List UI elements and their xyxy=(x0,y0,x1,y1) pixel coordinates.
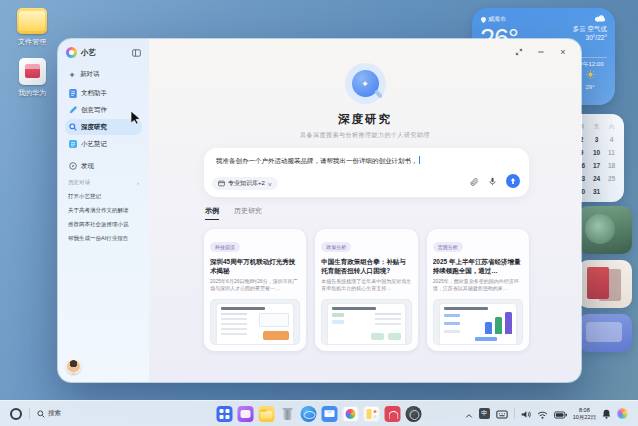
example-cards: 科技前沿 深圳45周年万机联动灯光秀技术揭秘 2025年6月26日晚8时26分，… xyxy=(204,229,529,351)
gallery-icon[interactable] xyxy=(343,406,359,422)
calendar-header: 六 xyxy=(604,120,619,133)
example-card[interactable]: 宏观分析 2025 年上半年江苏省经济增量持续领跑全国，通过… 2025年，面对… xyxy=(427,229,529,351)
search-icon xyxy=(37,410,45,418)
card-body: 本报告系统梳理了近年来中国为应对低生育率危机出台的核心生育支持… xyxy=(321,278,411,298)
calendar-header: 五 xyxy=(589,120,604,133)
tab-examples[interactable]: 示例 xyxy=(205,206,219,220)
assistant-orb-icon[interactable] xyxy=(617,408,628,419)
calendar-day: 11 xyxy=(604,146,619,159)
card-body: 2025年6月26日晚8时26分，深圳市民广场与深圳人才公园的夜空被一… xyxy=(210,278,300,298)
prompt-text: 我准备创办一个户外运动服装品牌，请帮我出一份详细的创业计划书， xyxy=(216,156,420,166)
history-section[interactable]: 历史对话 › xyxy=(68,179,139,186)
appgallery-icon[interactable] xyxy=(385,406,401,422)
sun-icon xyxy=(586,70,595,79)
tabs: 示例 历史研究 xyxy=(205,206,262,220)
camera-icon[interactable] xyxy=(406,406,422,422)
card-title: 中国生育政策组合拳：补贴与托育能否扭转人口困境? xyxy=(321,257,411,275)
date: 10月22日 xyxy=(573,414,596,420)
taskbar-apps xyxy=(217,406,422,422)
send-button[interactable] xyxy=(506,174,520,188)
resize-window-icon[interactable] xyxy=(514,47,524,57)
card-body: 2025年，面对复杂多变的国内外经济环境，江苏省以其稳健而强劲的发… xyxy=(433,278,523,298)
cloud-icon xyxy=(595,14,607,22)
notes-icon[interactable] xyxy=(364,406,380,422)
history-item[interactable]: 帮我生成一份AI行业报告 xyxy=(65,231,142,245)
microphone-icon[interactable] xyxy=(488,172,497,190)
main-panel: × ✦ 深度研究 具备深度搜索与分析推理能力的个人研究助理 我准备创办一个户外运… xyxy=(149,39,581,382)
battery-icon[interactable] xyxy=(554,405,567,423)
sidebar-item-huiji-notes[interactable]: 小艺慧记 xyxy=(65,136,142,152)
page-title: 深度研究 xyxy=(338,112,392,127)
history-item[interactable]: 打开小艺慧记 xyxy=(65,189,142,203)
calendar-day: 31 xyxy=(589,185,604,198)
card-title: 2025 年上半年江苏省经济增量持续领跑全国，通过… xyxy=(433,257,523,275)
input-method-indicator[interactable]: 中 xyxy=(479,408,490,419)
calendar-day: 17 xyxy=(589,159,604,172)
keyboard-icon[interactable] xyxy=(496,405,508,423)
xiaoyi-logo-icon xyxy=(66,47,77,58)
attachment-icon[interactable] xyxy=(470,172,479,190)
desktop-icon-my-huawei[interactable]: 我的华为 xyxy=(10,58,54,98)
calendar-day: 18 xyxy=(604,159,619,172)
knowledge-base-icon xyxy=(218,180,225,187)
xiaoyi-app-window: 小艺 ＋ 新对话 文档助手 创意写作 深度研究 xyxy=(57,38,582,383)
tab-history-research[interactable]: 历史研究 xyxy=(234,206,262,219)
taskbar-clock[interactable]: 8:08 10月22日 xyxy=(573,407,596,420)
history-item[interactable]: 推荐两本社会派推理小说 xyxy=(65,217,142,231)
deep-research-icon: ✦ xyxy=(345,63,386,104)
email-icon[interactable] xyxy=(322,406,338,422)
card-tag: 宏观分析 xyxy=(433,242,463,252)
start-button[interactable] xyxy=(10,408,22,420)
app-title: 小艺 xyxy=(81,48,96,58)
wifi-icon[interactable] xyxy=(537,405,548,423)
document-icon xyxy=(68,89,77,98)
collapse-sidebar-icon[interactable] xyxy=(132,49,141,57)
compass-icon xyxy=(68,162,77,171)
sidebar-item-doc-assistant[interactable]: 文档助手 xyxy=(65,85,142,101)
card-title: 深圳45周年万机联动灯光秀技术揭秘 xyxy=(210,257,300,275)
text-caret xyxy=(419,156,420,164)
card-tag: 科技前沿 xyxy=(210,242,240,252)
note-icon xyxy=(68,140,77,149)
browser-icon[interactable] xyxy=(301,406,317,422)
hero: ✦ 深度研究 具备深度搜索与分析推理能力的个人研究助理 xyxy=(149,63,581,140)
location-pin-icon xyxy=(481,17,486,23)
calendar-day: 3 xyxy=(589,133,604,146)
minimize-window-icon[interactable] xyxy=(536,47,546,57)
desktop: 文件管理 我的华为 威海市 26° 多云 空气优 30°/22° 中午12:00… xyxy=(0,0,638,426)
chevron-down-icon: ∨ xyxy=(267,181,272,187)
calendar-day: 10 xyxy=(589,146,604,159)
folder-icon xyxy=(17,8,47,34)
new-chat-button[interactable]: ＋ 新对话 xyxy=(65,67,142,82)
files-folder-icon[interactable] xyxy=(259,406,275,422)
prompt-input[interactable]: 我准备创办一个户外运动服装品牌，请帮我出一份详细的创业计划书， 专业知识库+2 … xyxy=(204,148,529,197)
knowledge-base-selector[interactable]: 专业知识库+2 ∨ xyxy=(212,177,278,190)
desktop-widget-books[interactable] xyxy=(578,260,632,308)
user-avatar[interactable] xyxy=(66,359,81,374)
page-subtitle: 具备深度搜索与分析推理能力的个人研究助理 xyxy=(300,131,430,140)
magnifier-icon xyxy=(68,123,77,132)
desktop-widget-cards[interactable] xyxy=(578,314,632,352)
my-huawei-icon xyxy=(19,58,46,85)
tray-expand-icon[interactable] xyxy=(465,405,473,423)
taskbar-search[interactable]: 搜索 xyxy=(37,409,61,418)
card-tag: 政策分析 xyxy=(321,242,351,252)
close-window-icon[interactable]: × xyxy=(558,47,568,57)
example-card[interactable]: 政策分析 中国生育政策组合拳：补贴与托育能否扭转人口困境? 本报告系统梳理了近年… xyxy=(315,229,417,351)
example-card[interactable]: 科技前沿 深圳45周年万机联动灯光秀技术揭秘 2025年6月26日晚8时26分，… xyxy=(204,229,306,351)
multitask-icon[interactable] xyxy=(238,406,254,422)
calendar-day: 24 xyxy=(589,172,604,185)
notifications-bell-icon[interactable] xyxy=(602,405,611,423)
calendar-day: 25 xyxy=(604,172,619,185)
desktop-widget-photo[interactable] xyxy=(578,206,632,254)
divider xyxy=(29,408,30,419)
volume-icon[interactable] xyxy=(521,405,531,423)
history-item[interactable]: 关于高考满分作文的解读 xyxy=(65,203,142,217)
sidebar-item-discover[interactable]: 发现 xyxy=(65,158,142,174)
taskbar: 搜索 中 8:08 10月22日 xyxy=(0,400,638,426)
desktop-icon-file-manager[interactable]: 文件管理 xyxy=(10,8,54,47)
recycle-bin-icon[interactable] xyxy=(280,406,296,422)
desktop-icon-label: 我的华为 xyxy=(10,88,54,98)
time: 8:08 xyxy=(579,407,590,413)
app-launcher-icon[interactable] xyxy=(217,406,233,422)
